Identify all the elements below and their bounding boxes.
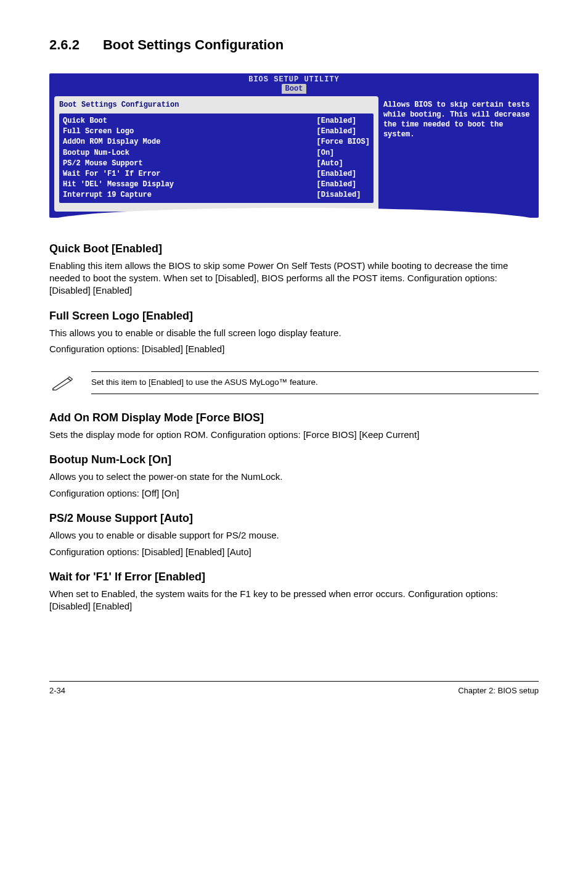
ps2-mouse-title: PS/2 Mouse Support [Auto]	[49, 511, 539, 526]
bios-help-panel: Allows BIOS to skip certain tests while …	[382, 94, 539, 218]
bios-panel-heading: Boot Settings Configuration	[59, 100, 374, 110]
bios-item-label: Hit 'DEL' Message Display	[63, 179, 304, 189]
bios-item-value: [Force BIOS]	[317, 137, 370, 147]
bootup-numlock-title: Bootup Num-Lock [On]	[49, 452, 539, 467]
full-screen-logo-body2: Configuration options: [Disabled] [Enabl…	[49, 343, 539, 355]
section-heading: 2.6.2Boot Settings Configuration	[49, 31, 539, 56]
section-number: 2.6.2	[49, 37, 80, 52]
full-screen-logo-body1: This allows you to enable or disable the…	[49, 327, 539, 339]
wait-f1-body: When set to Enabled, the system waits fo…	[49, 588, 539, 613]
bios-item-value: [Enabled]	[317, 116, 370, 126]
bios-item-label: Quick Boot	[63, 116, 304, 126]
ps2-mouse-body2: Configuration options: [Disabled] [Enabl…	[49, 546, 539, 558]
bios-tab-boot: Boot	[282, 84, 307, 94]
section-title: Boot Settings Configuration	[103, 37, 284, 52]
bios-screenshot: BIOS SETUP UTILITY Boot Boot Settings Co…	[49, 73, 539, 218]
bios-item-label: Bootup Num-Lock	[63, 148, 304, 158]
bios-help-text: Allows BIOS to skip certain tests while …	[383, 100, 533, 140]
add-on-rom-title: Add On ROM Display Mode [Force BIOS]	[49, 410, 539, 425]
footer-chapter: Chapter 2: BIOS setup	[458, 685, 539, 696]
wait-f1-title: Wait for 'F1' If Error [Enabled]	[49, 569, 539, 584]
bios-utility-title: BIOS SETUP UTILITY	[49, 73, 539, 85]
add-on-rom-body: Sets the display mode for option ROM. Co…	[49, 429, 539, 441]
ps2-mouse-body1: Allows you to enable or disable support …	[49, 529, 539, 542]
bios-item-label: AddOn ROM Display Mode	[63, 137, 304, 147]
bios-item-label: Wait For 'F1' If Error	[63, 169, 304, 179]
full-screen-logo-title: Full Screen Logo [Enabled]	[49, 308, 539, 323]
bios-item-value: [Enabled]	[317, 169, 370, 179]
note-callout: Set this item to [Enabled] to use the AS…	[49, 371, 539, 394]
note-text: Set this item to [Enabled] to use the AS…	[91, 371, 539, 394]
bios-tab-row: Boot	[49, 84, 539, 94]
bios-settings-list: Quick Boot[Enabled] Full Screen Logo[Ena…	[59, 113, 374, 203]
quick-boot-body: Enabling this item allows the BIOS to sk…	[49, 260, 539, 297]
quick-boot-title: Quick Boot [Enabled]	[49, 241, 539, 256]
bios-item-value: [On]	[317, 148, 370, 158]
bios-window: BIOS SETUP UTILITY Boot Boot Settings Co…	[49, 73, 539, 218]
bios-item-value: [Enabled]	[317, 126, 370, 136]
pencil-icon	[49, 374, 75, 392]
bios-item-value: [Disabled]	[317, 190, 370, 200]
bios-settings-panel: Boot Settings Configuration Quick Boot[E…	[54, 96, 378, 212]
bios-item-value: [Enabled]	[317, 179, 370, 189]
bootup-numlock-body1: Allows you to select the power-on state …	[49, 471, 539, 483]
bootup-numlock-body2: Configuration options: [Off] [On]	[49, 487, 539, 500]
bios-item-value: [Auto]	[317, 159, 370, 168]
footer-page-number: 2-34	[49, 685, 65, 696]
bios-item-label: Interrupt 19 Capture	[63, 190, 304, 200]
bios-item-label: PS/2 Mouse Support	[63, 159, 304, 168]
page-footer: 2-34 Chapter 2: BIOS setup	[49, 681, 539, 696]
bios-item-label: Full Screen Logo	[63, 126, 304, 136]
